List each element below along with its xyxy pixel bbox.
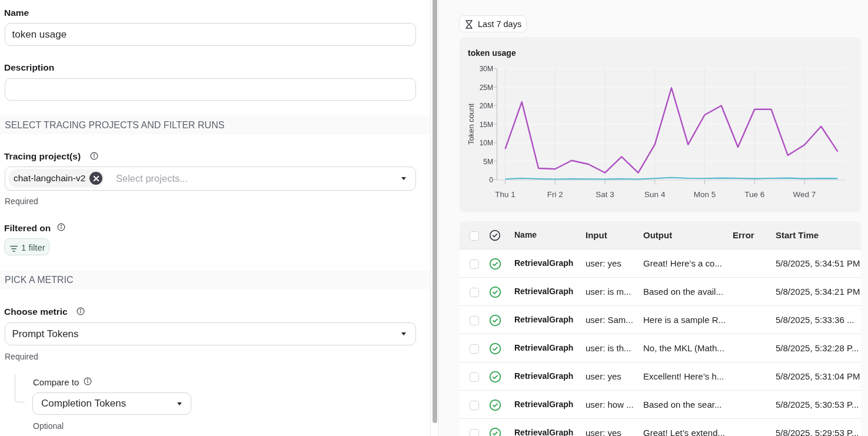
svg-text:Sun 4: Sun 4 [644,190,666,199]
svg-text:Mon 5: Mon 5 [694,190,716,199]
svg-text:0: 0 [489,176,493,184]
svg-text:10M: 10M [480,139,493,147]
svg-text:Sat 3: Sat 3 [596,190,614,199]
svg-text:Fri 2: Fri 2 [547,190,563,199]
svg-text:Token count: Token count [467,104,475,145]
svg-text:Thu 1: Thu 1 [495,190,516,199]
svg-text:Wed 7: Wed 7 [793,190,816,199]
svg-text:20M: 20M [480,102,493,110]
svg-text:15M: 15M [480,121,493,129]
svg-text:25M: 25M [480,84,493,92]
svg-text:5M: 5M [483,158,493,166]
svg-text:30M: 30M [480,65,493,73]
svg-text:Tue 6: Tue 6 [744,190,764,199]
